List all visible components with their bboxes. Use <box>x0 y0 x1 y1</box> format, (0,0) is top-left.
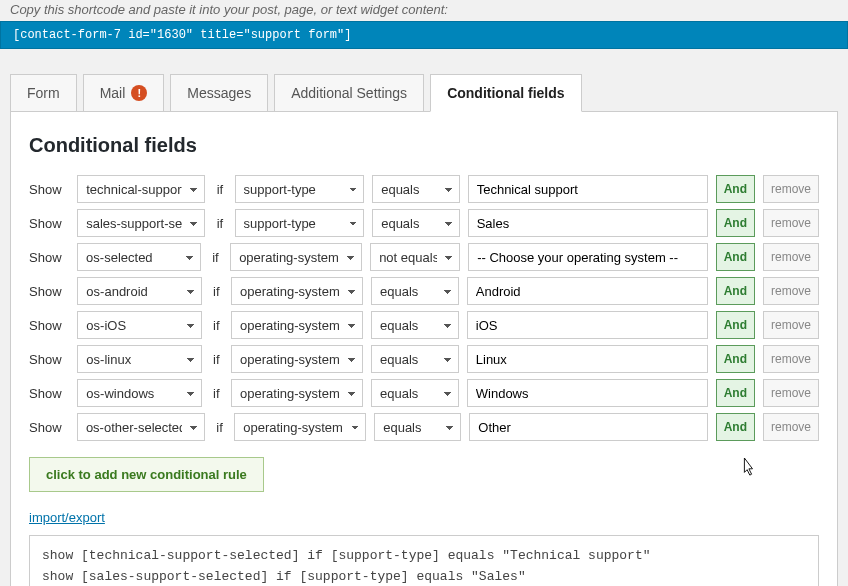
operator-select[interactable]: equals <box>371 277 459 305</box>
show-label: Show <box>29 216 69 231</box>
and-button[interactable]: And <box>716 413 755 441</box>
tab-label: Form <box>27 85 60 101</box>
operator-select[interactable]: equals <box>371 345 459 373</box>
if-label: if <box>213 216 226 231</box>
tab-label: Mail <box>100 85 126 101</box>
group-select[interactable]: os-windows <box>77 379 201 407</box>
show-label: Show <box>29 420 69 435</box>
field-select[interactable]: operating-system <box>230 243 362 271</box>
shortcode-hint: Copy this shortcode and paste it into yo… <box>0 0 848 21</box>
remove-button[interactable]: remove <box>763 311 819 339</box>
field-select[interactable]: support-type <box>235 209 365 237</box>
and-button[interactable]: And <box>716 243 755 271</box>
and-button[interactable]: And <box>716 311 755 339</box>
if-label: if <box>210 318 223 333</box>
group-select[interactable]: sales-support-sele <box>77 209 205 237</box>
and-button[interactable]: And <box>716 277 755 305</box>
remove-button[interactable]: remove <box>763 209 819 237</box>
operator-select[interactable]: equals <box>372 209 460 237</box>
field-select[interactable]: operating-system <box>231 277 363 305</box>
rule-row: Showos-other-selectedifoperating-systeme… <box>29 413 819 441</box>
field-select[interactable]: operating-system <box>231 311 363 339</box>
rules-list: Showtechnical-supportifsupport-typeequal… <box>29 175 819 441</box>
conditional-fields-panel: Conditional fields Showtechnical-support… <box>10 111 838 586</box>
show-label: Show <box>29 250 69 265</box>
remove-button[interactable]: remove <box>763 379 819 407</box>
code-preview[interactable]: show [technical-support-selected] if [su… <box>29 535 819 586</box>
rule-row: Showtechnical-supportifsupport-typeequal… <box>29 175 819 203</box>
value-input[interactable] <box>467 379 708 407</box>
rule-row: Showos-androidifoperating-systemequalsAn… <box>29 277 819 305</box>
rule-row: Showos-iOSifoperating-systemequalsAndrem… <box>29 311 819 339</box>
value-input[interactable] <box>469 413 707 441</box>
tab-conditional-fields[interactable]: Conditional fields <box>430 74 581 112</box>
value-input[interactable] <box>468 175 708 203</box>
tab-form[interactable]: Form <box>10 74 77 112</box>
and-button[interactable]: And <box>716 209 755 237</box>
value-input[interactable] <box>467 345 708 373</box>
operator-select[interactable]: equals <box>371 311 459 339</box>
remove-button[interactable]: remove <box>763 277 819 305</box>
rule-row: Showos-windowsifoperating-systemequalsAn… <box>29 379 819 407</box>
value-input[interactable] <box>467 311 708 339</box>
group-select[interactable]: os-selected <box>77 243 201 271</box>
remove-button[interactable]: remove <box>763 413 819 441</box>
rule-row: Showos-selectedifoperating-systemnot equ… <box>29 243 819 271</box>
alert-icon: ! <box>131 85 147 101</box>
panel-title: Conditional fields <box>29 134 819 157</box>
value-input[interactable] <box>468 209 708 237</box>
if-label: if <box>210 386 223 401</box>
value-input[interactable] <box>468 243 708 271</box>
shortcode-code[interactable]: [contact-form-7 id="1630" title="support… <box>0 21 848 49</box>
value-input[interactable] <box>467 277 708 305</box>
operator-select[interactable]: not equals <box>370 243 460 271</box>
tab-label: Messages <box>187 85 251 101</box>
and-button[interactable]: And <box>716 175 755 203</box>
tab-messages[interactable]: Messages <box>170 74 268 112</box>
if-label: if <box>213 420 226 435</box>
if-label: if <box>210 284 223 299</box>
show-label: Show <box>29 318 69 333</box>
remove-button[interactable]: remove <box>763 243 819 271</box>
and-button[interactable]: And <box>716 379 755 407</box>
show-label: Show <box>29 182 69 197</box>
operator-select[interactable]: equals <box>372 175 460 203</box>
operator-select[interactable]: equals <box>371 379 459 407</box>
tab-row: FormMail!MessagesAdditional SettingsCond… <box>10 73 838 111</box>
if-label: if <box>213 182 226 197</box>
add-rule-button[interactable]: click to add new conditional rule <box>29 457 264 492</box>
group-select[interactable]: os-android <box>77 277 201 305</box>
group-select[interactable]: technical-support <box>77 175 205 203</box>
rule-row: Showos-linuxifoperating-systemequalsAndr… <box>29 345 819 373</box>
import-export-link[interactable]: import/export <box>29 510 105 525</box>
show-label: Show <box>29 284 69 299</box>
remove-button[interactable]: remove <box>763 175 819 203</box>
remove-button[interactable]: remove <box>763 345 819 373</box>
show-label: Show <box>29 386 69 401</box>
if-label: if <box>209 250 222 265</box>
tab-label: Conditional fields <box>447 85 564 101</box>
show-label: Show <box>29 352 69 367</box>
field-select[interactable]: operating-system <box>231 345 363 373</box>
and-button[interactable]: And <box>716 345 755 373</box>
field-select[interactable]: operating-system <box>234 413 366 441</box>
tab-label: Additional Settings <box>291 85 407 101</box>
tab-mail[interactable]: Mail! <box>83 74 165 112</box>
group-select[interactable]: os-iOS <box>77 311 201 339</box>
group-select[interactable]: os-other-selected <box>77 413 205 441</box>
tab-additional-settings[interactable]: Additional Settings <box>274 74 424 112</box>
rule-row: Showsales-support-seleifsupport-typeequa… <box>29 209 819 237</box>
group-select[interactable]: os-linux <box>77 345 201 373</box>
operator-select[interactable]: equals <box>374 413 461 441</box>
field-select[interactable]: support-type <box>235 175 365 203</box>
if-label: if <box>210 352 223 367</box>
field-select[interactable]: operating-system <box>231 379 363 407</box>
